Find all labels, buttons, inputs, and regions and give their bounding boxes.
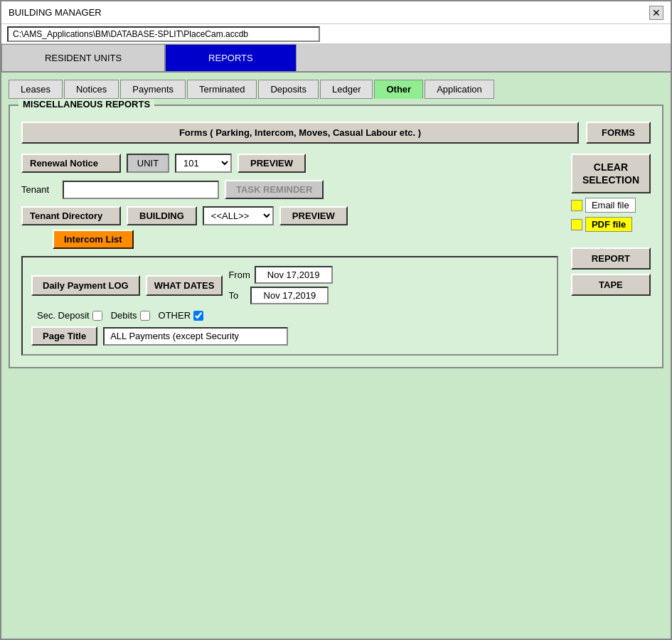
from-row: From Nov 17,2019	[228, 266, 332, 284]
other-label: OTHER	[159, 310, 204, 321]
tabs-row: Leases Notices Payments Terminated Depos…	[9, 80, 663, 99]
to-label: To	[228, 290, 246, 301]
debits-checkbox[interactable]	[140, 311, 150, 321]
title-bar: BUILDING MANAGER ✕	[1, 1, 671, 24]
email-file-row: Email file	[571, 198, 651, 213]
tape-button[interactable]: TAPE	[571, 274, 651, 296]
clear-selection-button[interactable]: CLEARSELECTION	[571, 154, 651, 193]
report-button[interactable]: REPORT	[571, 247, 651, 270]
content-area: Leases Notices Payments Terminated Depos…	[1, 73, 671, 639]
pdf-file-row: PDF file	[571, 217, 651, 232]
forms-button[interactable]: FORMS	[586, 122, 651, 144]
main-window: BUILDING MANAGER ✕ RESIDENT UNITS REPORT…	[0, 0, 672, 640]
checkboxes-row: Sec. Deposit Debits OTHER	[31, 310, 548, 321]
sec-deposit-label: Sec. Deposit	[37, 310, 102, 321]
pdf-file-checkbox[interactable]	[571, 219, 582, 230]
daily-payment-log-button[interactable]: Daily Payment LOG	[31, 275, 140, 296]
email-file-label: Email file	[585, 198, 636, 213]
tab-notices[interactable]: Notices	[64, 80, 119, 99]
misc-reports-title: MISCELLANEOUS REPORTS	[18, 99, 154, 110]
daily-log-section: Daily Payment LOG WHAT DATES From Nov 17…	[21, 256, 558, 356]
to-date[interactable]: Nov 17,2019	[250, 287, 329, 304]
tenant-row: Tenant TASK REMINDER	[21, 180, 558, 199]
page-title-input[interactable]	[103, 327, 288, 346]
sec-deposit-checkbox[interactable]	[92, 311, 102, 321]
debits-label: Debits	[111, 310, 150, 321]
right-panel: CLEARSELECTION Email file PDF file REPOR…	[571, 154, 651, 356]
left-section: Renewal Notice UNIT 101 PREVIEW Tenant T…	[21, 154, 558, 356]
intercom-list-button[interactable]: Intercom List	[53, 230, 134, 249]
close-button[interactable]: ✕	[649, 6, 663, 20]
misc-reports-box: MISCELLANEOUS REPORTS Forms ( Parking, I…	[9, 105, 663, 368]
path-input[interactable]	[7, 26, 320, 42]
forms-row: Forms ( Parking, Intercom, Moves, Casual…	[21, 122, 651, 144]
email-file-checkbox[interactable]	[571, 200, 582, 211]
unit-label: UNIT	[127, 154, 169, 173]
main-content-row: Renewal Notice UNIT 101 PREVIEW Tenant T…	[21, 154, 651, 356]
from-to-section: From Nov 17,2019 To Nov 17,2019	[228, 266, 332, 304]
tenant-directory-row: Tenant Directory BUILDING <<ALL>> PREVIE…	[21, 206, 558, 225]
from-label: From	[228, 270, 250, 280]
building-button[interactable]: BUILDING	[127, 206, 197, 225]
task-reminder-button[interactable]: TASK REMINDER	[225, 180, 324, 199]
renewal-notice-label: Renewal Notice	[21, 154, 121, 173]
pdf-file-label: PDF file	[585, 217, 632, 232]
what-dates-button[interactable]: WHAT DATES	[146, 275, 223, 296]
preview-button-1[interactable]: PREVIEW	[238, 154, 306, 173]
nav-tab-resident-units[interactable]: RESIDENT UNITS	[1, 44, 165, 71]
path-bar	[1, 24, 671, 44]
window-title: BUILDING MANAGER	[9, 7, 102, 18]
forms-label-button[interactable]: Forms ( Parking, Intercom, Moves, Casual…	[21, 122, 579, 144]
to-row: To Nov 17,2019	[228, 287, 332, 304]
tab-application[interactable]: Application	[425, 80, 494, 99]
tenant-directory-label: Tenant Directory	[21, 206, 121, 225]
renewal-notice-row: Renewal Notice UNIT 101 PREVIEW	[21, 154, 558, 173]
tab-payments[interactable]: Payments	[120, 80, 186, 99]
other-checkbox[interactable]	[193, 311, 203, 321]
tenant-input[interactable]	[63, 181, 219, 199]
tab-terminated[interactable]: Terminated	[187, 80, 257, 99]
tab-ledger[interactable]: Ledger	[320, 80, 373, 99]
page-title-row: Page Title	[31, 326, 548, 346]
tenant-label: Tenant	[21, 184, 57, 195]
from-date[interactable]: Nov 17,2019	[255, 266, 333, 284]
nav-tab-reports[interactable]: REPORTS	[165, 44, 297, 71]
tab-other[interactable]: Other	[374, 80, 423, 99]
daily-row1: Daily Payment LOG WHAT DATES From Nov 17…	[31, 266, 548, 304]
nav-tabs-top: RESIDENT UNITS REPORTS	[1, 44, 671, 73]
page-title-button[interactable]: Page Title	[31, 326, 97, 346]
intercom-row: Intercom List	[21, 230, 558, 249]
tab-deposits[interactable]: Deposits	[258, 80, 319, 99]
preview-button-2[interactable]: PREVIEW	[279, 206, 348, 225]
all-select[interactable]: <<ALL>>	[203, 206, 274, 225]
tab-leases[interactable]: Leases	[9, 80, 63, 99]
unit-select[interactable]: 101	[175, 154, 232, 173]
